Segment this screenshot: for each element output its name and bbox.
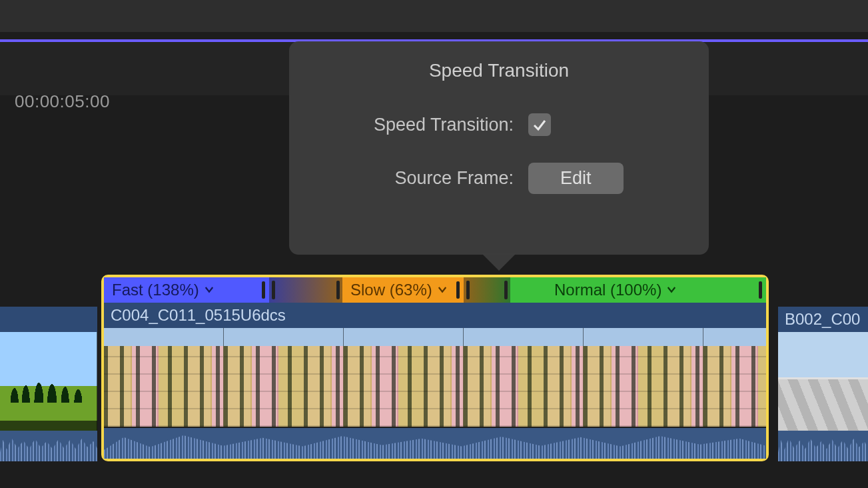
clip-filmstrip [104,328,766,427]
source-frame-row: Source Frame: Edit [289,163,709,194]
speed-transition-popover: Speed Transition Speed Transition: Sourc… [289,41,709,255]
clip-filmstrip [778,332,868,431]
retime-segment-fast[interactable]: Fast (138%) [104,277,269,303]
retime-handle[interactable] [456,281,460,299]
clip-title [0,307,97,332]
toolbar-strip [0,0,868,32]
speed-transition-row: Speed Transition: [289,113,709,136]
timecode-label: 00:00:05:00 [15,91,110,112]
source-frame-label: Source Frame: [289,168,528,189]
chevron-down-icon[interactable] [665,281,677,299]
retime-handle[interactable] [262,281,265,299]
retime-segment-label: Normal (100%) [518,281,661,299]
retime-transition[interactable] [464,277,510,303]
timeline-clip[interactable] [0,307,97,461]
retime-segment-label: Fast (138%) [112,281,199,299]
clip-audio-waveform [104,428,766,459]
chevron-down-icon[interactable] [436,281,448,299]
clip-title: B002_C00 [778,307,868,332]
retime-handle[interactable] [759,281,762,299]
clip-audio-waveform [0,431,97,461]
popover-title: Speed Transition [429,60,569,81]
clip-title: C004_C011_0515U6dcs [104,303,766,328]
clip-thumbnail [464,328,584,427]
timeline-clip[interactable]: B002_C00 [778,307,868,461]
clip-filmstrip [0,332,97,431]
clip-audio-waveform [778,431,868,461]
clip-thumbnail [344,328,464,427]
retime-bar[interactable]: Fast (138%) Slow (63%) Normal (100%) [104,277,766,303]
chevron-down-icon[interactable] [203,281,215,299]
clip-thumbnail [584,328,703,427]
retime-segment-normal[interactable]: Normal (100%) [510,277,766,303]
clip-thumbnail [104,328,224,427]
clip-thumbnail [0,332,97,431]
speed-transition-checkbox[interactable] [528,113,551,136]
clip-thumbnail [224,328,344,427]
retime-segment-label: Slow (63%) [350,281,432,299]
retime-segment-slow[interactable]: Slow (63%) [342,277,464,303]
speed-transition-label: Speed Transition: [289,115,528,135]
source-frame-edit-button[interactable]: Edit [528,163,624,194]
clip-thumbnail [703,328,766,427]
clip-thumbnail [778,332,868,431]
timeline[interactable]: Fast (138%) Slow (63%) Normal (100%) C00… [0,275,868,468]
checkmark-icon [532,117,548,133]
timeline-clip-selected[interactable]: Fast (138%) Slow (63%) Normal (100%) C00… [101,275,769,461]
retime-transition[interactable] [269,277,342,303]
